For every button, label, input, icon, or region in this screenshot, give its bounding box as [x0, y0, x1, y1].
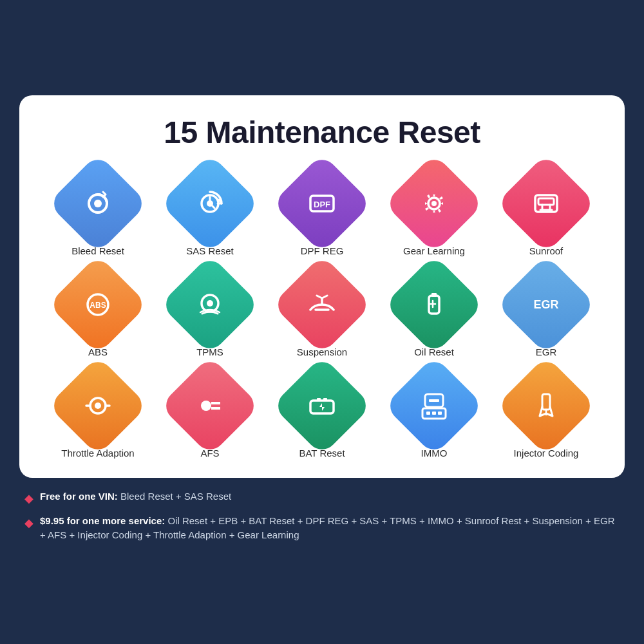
egr-icon: EGR [524, 282, 569, 327]
throttle-adaption-icon-bg [48, 355, 148, 456]
svg-point-19 [201, 401, 211, 411]
svg-text:EGR: EGR [533, 298, 558, 311]
suspension-icon-bg [272, 254, 372, 355]
icon-item-immo: IMMO [381, 370, 487, 459]
bleed-reset-icon [75, 181, 120, 226]
abs-icon: ABS [75, 282, 120, 327]
tpms-icon-bg [160, 254, 260, 355]
gear-learning-icon-bg [384, 153, 484, 254]
info-row-2-bold: $9.95 for one more service: [40, 515, 165, 526]
svg-point-7 [431, 201, 437, 206]
svg-rect-21 [317, 398, 321, 401]
svg-text:DPF: DPF [314, 200, 330, 209]
info-row-2-text: $9.95 for one more service: Oil Reset + … [40, 514, 620, 543]
afs-icon [187, 383, 232, 428]
oil-reset-icon-bg [384, 254, 484, 355]
icon-item-afs: AFS [157, 370, 263, 459]
icon-item-egr: EGR EGR [493, 269, 599, 357]
page-title: 15 Maintenance Reset [45, 115, 599, 150]
icon-item-throttle-adaption: Throttle Adaption [45, 370, 151, 459]
bat-reset-icon [299, 383, 345, 428]
diamond-bullet-1: ◆ [24, 490, 33, 507]
icon-item-bat-reset: BAT Reset [269, 370, 375, 459]
dpf-reg-icon: DPF [299, 181, 345, 226]
throttle-adaption-icon [75, 383, 120, 428]
info-row-1-normal: Bleed Reset + SAS Reset [118, 491, 231, 502]
svg-rect-9 [538, 198, 554, 205]
bat-reset-icon-bg [272, 355, 372, 456]
egr-icon-bg: EGR [496, 254, 596, 355]
info-section: ◆ Free for one VIN: Bleed Reset + SAS Re… [19, 489, 625, 549]
icon-item-suspension: Suspension [269, 269, 375, 357]
injector-coding-icon [524, 383, 569, 428]
info-row-1: ◆ Free for one VIN: Bleed Reset + SAS Re… [24, 489, 620, 507]
outer-container: 15 Maintenance Reset Bleed Reset [13, 13, 631, 631]
svg-point-1 [94, 200, 102, 207]
tpms-icon [187, 282, 232, 327]
immo-icon-bg [384, 355, 484, 456]
white-card: 15 Maintenance Reset Bleed Reset [19, 95, 625, 478]
injector-coding-icon-bg [496, 355, 596, 456]
svg-rect-27 [432, 412, 436, 415]
icon-item-injector-coding: Injector Coding [493, 370, 599, 459]
gear-learning-icon [412, 181, 457, 226]
svg-rect-29 [542, 394, 550, 410]
icon-item-oil-reset: Oil Reset [381, 269, 487, 357]
icon-item-bleed-reset: Bleed Reset [45, 168, 151, 256]
afs-icon-bg [160, 355, 260, 456]
svg-rect-26 [426, 412, 430, 415]
svg-rect-15 [431, 293, 437, 297]
diamond-bullet-2: ◆ [24, 515, 33, 532]
oil-reset-icon [412, 282, 457, 327]
sas-reset-icon [187, 181, 232, 226]
icon-item-tpms: TPMS [157, 269, 263, 357]
icon-item-sunroof: Sunroof [493, 168, 599, 256]
svg-point-18 [95, 402, 101, 409]
info-row-2: ◆ $9.95 for one more service: Oil Reset … [24, 514, 620, 543]
info-row-1-bold: Free for one VIN: [40, 491, 118, 502]
sas-reset-icon-bg [160, 153, 260, 254]
icons-grid: Bleed Reset SAS Reset [45, 168, 599, 459]
info-row-1-text: Free for one VIN: Bleed Reset + SAS Rese… [40, 489, 231, 504]
immo-icon [412, 383, 457, 428]
sunroof-icon-bg [496, 153, 596, 254]
dpf-reg-icon-bg: DPF [272, 153, 372, 254]
icon-item-gear-learning: Gear Learning [381, 168, 487, 256]
svg-text:ABS: ABS [90, 301, 106, 310]
svg-rect-24 [429, 399, 439, 402]
suspension-icon [299, 282, 345, 327]
svg-rect-22 [323, 398, 327, 401]
svg-rect-28 [438, 412, 442, 415]
icon-item-dpf-reg: DPF DPF REG [269, 168, 375, 256]
abs-icon-bg: ABS [48, 254, 148, 355]
sunroof-icon [524, 181, 569, 226]
svg-point-13 [207, 300, 213, 307]
icon-item-abs: ABS ABS [45, 269, 151, 357]
icon-item-sas-reset: SAS Reset [157, 168, 263, 256]
bleed-reset-icon-bg [48, 153, 148, 254]
